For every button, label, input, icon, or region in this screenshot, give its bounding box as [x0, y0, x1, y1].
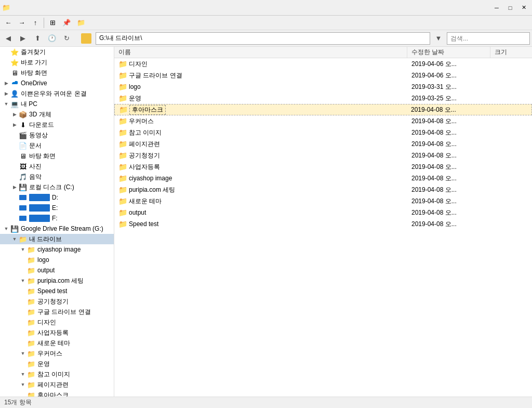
forward-button[interactable]: → [16, 17, 28, 29]
table-row[interactable]: 📁ciyashop image2019-04-08 오... [114, 173, 532, 184]
tree-item-desktop2[interactable]: 🖥바탕 화면 [0, 151, 114, 161]
tree-item-cute[interactable]: ▶👤이쁜은우와 귀여운 온결 [0, 88, 114, 99]
tree-item-3d[interactable]: ▶📦3D 개체 [0, 109, 114, 120]
tree-item-video[interactable]: 🎬동영상 [0, 130, 114, 140]
table-row[interactable]: 📁디자인2019-04-06 오... [114, 58, 532, 70]
file-name-cell: 📁운영 [114, 93, 407, 104]
tree-item-woocommerce[interactable]: ▼📁우커머스 [0, 348, 114, 359]
tree-item-drive-f[interactable]: F: [0, 213, 114, 223]
table-row[interactable]: 📁output2019-04-08 오... [114, 207, 532, 218]
tree-item-my-drive[interactable]: ▼📁내 드라이브 [0, 234, 114, 244]
expand-icon-desktop-nav [2, 69, 10, 77]
maximize-button[interactable]: □ [504, 3, 516, 13]
table-row[interactable]: 📁Speed test2019-04-08 오... [114, 218, 532, 230]
nav-up-button[interactable]: ⬆ [31, 32, 44, 45]
tree-icon-reference-img: 📁 [27, 370, 35, 378]
col-date[interactable]: 수정한 날짜 [407, 47, 490, 58]
tree-label-local-c: 로컬 디스크 (C:) [29, 183, 74, 192]
tree-icon-video: 🎬 [19, 131, 27, 139]
search-input[interactable] [447, 32, 530, 45]
up-button[interactable]: ↑ [29, 17, 42, 29]
tree-item-logo[interactable]: 📁logo [0, 255, 114, 265]
tree-label-onedrive: OneDrive [21, 80, 47, 87]
expand-icon-local-c: ▶ [10, 183, 19, 191]
minimize-button[interactable]: ─ [490, 3, 503, 13]
tree-item-fuamask[interactable]: 📁후아마스크 [0, 390, 114, 397]
tree-item-operations[interactable]: 📁운영 [0, 359, 114, 369]
table-row[interactable]: 📁참고 이미지2019-04-08 오... [114, 127, 532, 138]
nav-back-button[interactable]: ◀ [2, 32, 15, 45]
tree-item-recent[interactable]: ⭐바로 가기 [0, 57, 114, 68]
tree-item-new-theme[interactable]: 📁새로운 테마 [0, 338, 114, 348]
tree-item-desktop-nav[interactable]: 🖥바탕 화면 [0, 68, 114, 78]
table-row[interactable]: 📁새로운 테마2019-04-08 오... [114, 195, 532, 207]
tree-item-docs[interactable]: 📄문서 [0, 140, 114, 151]
tree-item-music[interactable]: 🎵음악 [0, 172, 114, 182]
table-row[interactable]: 📁공기청정기2019-04-08 오... [114, 150, 532, 161]
tree-item-page-rel[interactable]: ▼📁페이지관련 [0, 379, 114, 390]
file-name: 운영 [129, 94, 141, 103]
table-row[interactable]: 📁logo2019-03-31 오... [114, 81, 532, 93]
tree-item-google-drive-link[interactable]: 📁구글 드라이브 연결 [0, 307, 114, 317]
nav-forward-button[interactable]: ▶ [17, 32, 29, 45]
expand-icon-operations [19, 360, 27, 368]
expand-icon-business [19, 328, 27, 337]
tree-icon-3d: 📦 [19, 110, 27, 119]
tree-label-desktop-nav: 바탕 화면 [21, 69, 47, 77]
tree-item-mypc[interactable]: ▼💻내 PC [0, 99, 114, 109]
tree-label-google-drive-link: 구글 드라이브 연결 [37, 308, 91, 317]
tree-item-business[interactable]: 📁사업자등록 [0, 327, 114, 338]
tree-item-download[interactable]: ▶⬇다운로드 [0, 120, 114, 130]
tree-item-speed-test[interactable]: 📁Speed test [0, 286, 114, 296]
tree-item-output[interactable]: 📁output [0, 265, 114, 275]
table-row[interactable]: 📁우커머스2019-04-08 오... [114, 115, 532, 127]
tree-label-recent: 바로 가기 [21, 58, 47, 67]
col-size[interactable]: 크기 [490, 47, 532, 58]
tree-label-music: 음악 [29, 173, 42, 181]
table-row[interactable]: 📁페이지관련2019-04-08 오... [114, 138, 532, 150]
expand-icon-new-theme [19, 339, 27, 347]
file-name-cell: 📁ciyashop image [114, 173, 407, 184]
address-input[interactable] [96, 32, 430, 45]
view-button[interactable]: ⊞ [46, 17, 59, 29]
tree-icon-desktop2: 🖥 [19, 152, 27, 160]
expand-icon-air-clean [19, 297, 27, 306]
folder-icon: 📁 [118, 208, 127, 217]
expand-icon-docs [10, 141, 19, 150]
col-name[interactable]: 이름 [114, 47, 407, 58]
file-date-cell: 2019-04-08 오... [407, 117, 490, 126]
nav-refresh-button[interactable]: ↻ [60, 32, 73, 45]
tree-item-onedrive[interactable]: ▶OneDrive [0, 78, 114, 88]
pin-button[interactable]: 📌 [60, 17, 73, 29]
tree-item-ciyashop[interactable]: ▼📁ciyashop image [0, 244, 114, 255]
nav-recent-button[interactable]: 🕐 [46, 32, 58, 45]
tree-item-design[interactable]: 📁디자인 [0, 317, 114, 327]
new-folder-button[interactable]: 📁 [74, 17, 88, 29]
table-row[interactable]: 📁후아마스크2019-04-08 오... [114, 104, 532, 115]
file-name: 공기청정기 [129, 151, 160, 160]
folder-icon: 📁 [118, 60, 127, 68]
expand-icon-design [19, 318, 27, 326]
back-button[interactable]: ← [2, 17, 15, 29]
main-area: ⭐즐겨찾기⭐바로 가기🖥바탕 화면▶OneDrive▶👤이쁜은우와 귀여운 온결… [0, 47, 532, 397]
folder-icon: 📁 [118, 128, 127, 137]
table-row[interactable]: 📁운영2019-03-25 오... [114, 93, 532, 104]
address-go-button[interactable]: ▼ [432, 32, 445, 45]
close-button[interactable]: ✕ [517, 3, 530, 13]
table-row[interactable]: 📁puripia.com 세팅2019-04-08 오... [114, 184, 532, 195]
tree-icon-logo: 📁 [27, 256, 35, 264]
tree-item-google-drive[interactable]: ▼💾Google Drive File Stream (G:) [0, 223, 114, 234]
table-row[interactable]: 📁사업자등록2019-04-08 오... [114, 161, 532, 173]
tree-item-drive-e[interactable]: E: [0, 203, 114, 213]
tree-item-reference-img[interactable]: ▼📁참고 이미지 [0, 369, 114, 379]
file-name-cell: 📁puripia.com 세팅 [114, 184, 407, 195]
tree-item-air-clean[interactable]: 📁공기청정기 [0, 296, 114, 307]
tree-item-photos[interactable]: 🖼사진 [0, 161, 114, 172]
table-row[interactable]: 📁구글 드라이브 연결2019-04-06 오... [114, 70, 532, 81]
file-name: 참고 이미지 [129, 128, 162, 137]
tree-item-local-c[interactable]: ▶💾로컬 디스크 (C:) [0, 182, 114, 192]
tree-item-drive-d[interactable]: D: [0, 192, 114, 203]
tree-label-docs: 문서 [29, 141, 42, 150]
tree-item-favorites[interactable]: ⭐즐겨찾기 [0, 47, 114, 57]
tree-item-puripia[interactable]: ▼📁puripia.com 세팅 [0, 275, 114, 286]
